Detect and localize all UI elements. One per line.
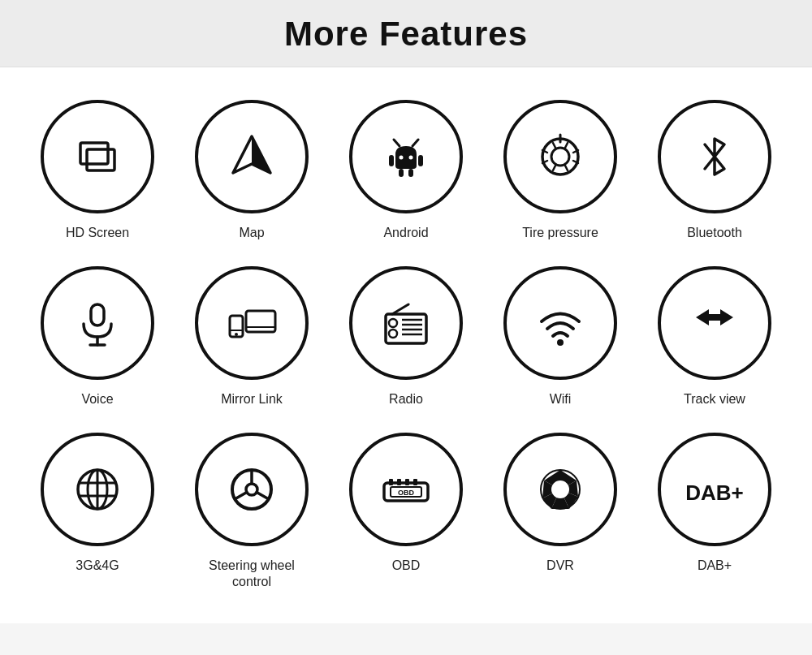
3g4g-icon	[69, 461, 126, 518]
bluetooth-icon-circle	[658, 100, 771, 213]
3g4g-icon-circle	[41, 433, 154, 546]
android-icon-circle	[349, 100, 463, 213]
radio-label: Radio	[389, 391, 423, 408]
track-view-icon-circle	[658, 266, 771, 380]
feature-map: Map	[179, 100, 325, 242]
svg-line-49	[257, 492, 268, 498]
svg-point-58	[551, 480, 569, 498]
feature-wifi: Wifi	[487, 266, 633, 408]
svg-text:DAB+: DAB+	[686, 480, 743, 505]
svg-point-36	[389, 319, 397, 327]
feature-mirror-link: Mirror Link	[179, 266, 325, 408]
svg-point-4	[400, 156, 404, 160]
feature-bluetooth: Bluetooth	[641, 100, 788, 242]
svg-rect-51	[389, 479, 393, 485]
mirror-link-icon-circle	[195, 266, 309, 380]
svg-point-37	[389, 330, 397, 338]
wifi-label: Wifi	[550, 391, 572, 408]
svg-rect-8	[389, 155, 394, 166]
svg-line-48	[235, 492, 247, 498]
feature-hd-screen: HD Screen	[24, 100, 171, 242]
svg-point-13	[551, 148, 569, 166]
svg-line-38	[392, 304, 408, 314]
feature-voice: Voice	[24, 266, 171, 408]
svg-rect-53	[405, 479, 409, 485]
svg-line-16	[565, 143, 568, 148]
svg-point-46	[246, 484, 257, 495]
tire-pressure-label: Tire pressure	[522, 225, 598, 242]
svg-point-5	[409, 156, 413, 160]
wifi-icon	[532, 295, 589, 351]
svg-rect-52	[397, 479, 401, 485]
dvr-icon	[532, 461, 589, 518]
mirror-link-icon	[223, 295, 280, 351]
svg-line-7	[412, 140, 418, 146]
obd-label: OBD	[392, 558, 421, 575]
feature-tire-pressure: Tire pressure	[487, 100, 633, 242]
bluetooth-icon	[686, 128, 743, 185]
3g4g-label: 3G&4G	[76, 558, 119, 575]
android-icon	[378, 128, 434, 185]
svg-point-39	[557, 339, 564, 346]
track-view-icon	[686, 295, 743, 351]
svg-rect-1	[87, 149, 114, 170]
svg-rect-11	[408, 169, 413, 177]
track-view-label: Track view	[684, 391, 745, 408]
dab-label: DAB+	[698, 558, 732, 575]
radio-icon-circle	[349, 266, 463, 380]
tire-pressure-icon-circle	[503, 100, 617, 213]
steering-wheel-icon	[223, 461, 280, 518]
radio-icon	[378, 295, 434, 351]
svg-point-12	[542, 139, 578, 175]
feature-obd: OBD OBD	[333, 433, 479, 592]
feature-dvr: DVR	[487, 433, 633, 592]
obd-icon-circle: OBD	[349, 433, 463, 546]
page-title: More Features	[0, 15, 812, 54]
map-icon	[223, 128, 280, 185]
wifi-icon-circle	[503, 266, 617, 380]
feature-steering-wheel: Steering wheelcontrol	[179, 433, 325, 592]
hd-screen-icon-circle	[41, 100, 154, 213]
obd-icon: OBD	[378, 461, 434, 518]
dab-icon-circle: DAB+	[658, 433, 771, 546]
map-icon-circle	[195, 100, 309, 213]
mirror-link-label: Mirror Link	[221, 391, 283, 408]
steering-wheel-icon-circle	[195, 433, 309, 546]
tire-pressure-icon	[532, 128, 589, 185]
feature-dab: DAB+ DAB+	[641, 433, 788, 592]
svg-rect-54	[413, 479, 417, 485]
svg-line-20	[553, 166, 555, 170]
bluetooth-label: Bluetooth	[687, 225, 742, 242]
svg-rect-26	[246, 311, 275, 332]
svg-line-6	[394, 140, 400, 146]
svg-rect-23	[91, 304, 104, 325]
steering-wheel-label: Steering wheelcontrol	[209, 558, 295, 592]
svg-line-19	[565, 166, 568, 170]
dvr-icon-circle	[503, 433, 617, 546]
android-label: Android	[383, 225, 428, 242]
voice-icon	[69, 295, 126, 351]
svg-text:OBD: OBD	[398, 489, 415, 497]
voice-label: Voice	[81, 391, 113, 408]
svg-rect-10	[399, 169, 404, 177]
features-grid: HD Screen Map	[0, 67, 812, 623]
page-header: More Features	[0, 0, 812, 67]
hd-screen-label: HD Screen	[66, 225, 129, 242]
hd-screen-icon	[69, 128, 126, 185]
feature-3g4g: 3G&4G	[24, 433, 171, 592]
map-label: Map	[239, 225, 264, 242]
feature-android: Android	[333, 100, 479, 242]
voice-icon-circle	[41, 266, 154, 380]
svg-rect-9	[418, 155, 423, 166]
dab-icon: DAB+	[686, 461, 743, 518]
dvr-label: DVR	[546, 558, 574, 575]
feature-track-view: Track view	[641, 266, 788, 408]
feature-radio: Radio	[333, 266, 479, 408]
svg-rect-0	[80, 143, 108, 164]
svg-point-30	[235, 333, 238, 336]
svg-line-15	[553, 143, 555, 148]
